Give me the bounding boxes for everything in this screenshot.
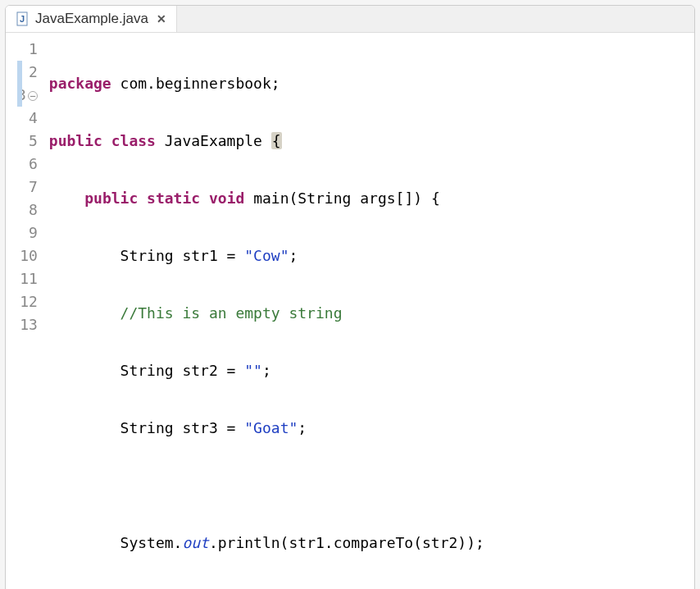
close-icon[interactable]: ✕ xyxy=(157,12,166,25)
code-text[interactable]: package com.beginnersbook; public class … xyxy=(46,33,694,589)
code-area[interactable]: 1 2 3− 4 5 6 7 8 9 10 11 12 13 package c… xyxy=(6,33,694,589)
svg-text:J: J xyxy=(20,14,25,24)
tab-filename: JavaExample.java xyxy=(35,11,148,27)
editor-tab-javaexample[interactable]: J JavaExample.java ✕ xyxy=(6,6,177,32)
editor-panel: J JavaExample.java ✕ 1 2 3− 4 5 6 7 8 9 … xyxy=(5,5,695,589)
editor-tab-bar: J JavaExample.java ✕ xyxy=(6,6,694,33)
fold-icon[interactable]: − xyxy=(28,91,38,101)
gutter: 1 2 3− 4 5 6 7 8 9 10 11 12 13 xyxy=(6,33,46,589)
java-file-icon: J xyxy=(16,11,30,26)
